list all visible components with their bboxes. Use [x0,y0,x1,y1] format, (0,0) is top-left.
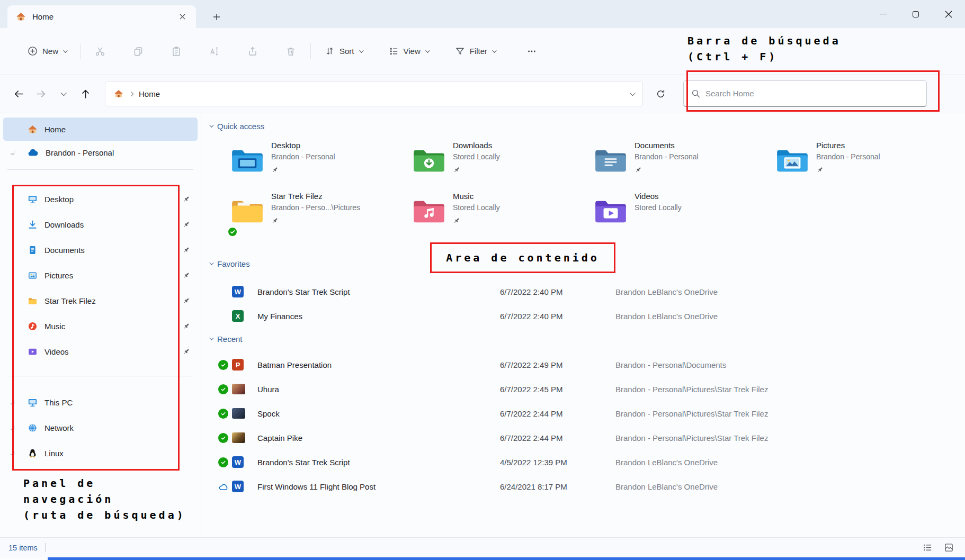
sidebar-item-network[interactable]: Network [3,415,198,440]
large-thumbnails-view-button[interactable] [941,540,957,555]
cut-button[interactable] [88,40,112,63]
search-icon [691,89,700,98]
view-button[interactable]: View [382,40,435,63]
tile-music[interactable]: Music Stored Locally [413,184,594,235]
linux-penguin-icon [28,448,38,458]
pin-icon [271,166,335,174]
downloads-icon [28,220,38,230]
tile-desktop[interactable]: Desktop Brandon - Personal [231,133,413,184]
sidebar-item-onedrive[interactable]: Brandon - Personal [3,141,198,164]
bottom-accent-strip [48,557,965,560]
recent-list: P Batman Presentation 6/7/2022 2:49 PM B… [201,353,965,499]
copy-icon [133,46,144,57]
pin-icon [635,166,699,174]
tile-pictures[interactable]: Pictures Brandon - Personal [776,133,958,184]
back-arrow-icon [13,88,24,100]
sidebar-item-this-pc[interactable]: This PC [3,390,198,415]
details-view-icon [923,543,932,552]
chevron-down-icon [61,90,67,96]
statusbar-divider [45,543,46,552]
items-count: 15 items [8,544,38,552]
refresh-button[interactable] [649,83,672,105]
documents-icon [28,245,38,255]
up-arrow-icon [80,88,91,100]
tab-home[interactable]: Home [7,5,196,28]
search-box[interactable] [683,80,927,107]
image-thumbnail [232,432,245,443]
file-row-batman-presentation[interactable]: P Batman Presentation 6/7/2022 2:49 PM B… [201,353,965,377]
chevron-down-icon [209,123,213,127]
word-icon: W [232,286,244,297]
minimize-icon [880,14,887,14]
powerpoint-icon: P [232,359,244,371]
back-button[interactable] [7,83,30,105]
section-header-favorites[interactable]: Favorites [201,256,965,271]
home-icon [28,124,38,134]
section-header-recent[interactable]: Recent [201,331,965,346]
forward-button[interactable] [30,83,52,105]
pin-icon [182,297,190,305]
pin-icon [271,217,360,224]
share-button[interactable] [240,40,265,63]
search-input[interactable] [705,89,919,98]
address-dropdown-icon[interactable] [630,90,636,96]
paste-button[interactable] [164,40,189,63]
sidebar-item-videos[interactable]: Videos [3,339,198,364]
sidebar-item-downloads[interactable]: Downloads [3,212,198,237]
sidebar-item-home[interactable]: Home [3,118,198,141]
chevron-right-icon [129,91,134,96]
up-button[interactable] [74,83,96,105]
file-row-brandons-star-trek-script-2[interactable]: W Brandon's Star Trek Script 4/5/2022 12… [201,450,965,474]
file-row-captain-pike[interactable]: Captain Pike 6/7/2022 2:44 PM Brandon - … [201,426,965,450]
file-row-uhura[interactable]: Uhura 6/7/2022 2:45 PM Brandon - Persona… [201,377,965,401]
tile-star-trek-filez[interactable]: Star Trek Filez Brandon - Perso...\Pictu… [231,184,413,235]
sort-button[interactable]: Sort [318,40,369,63]
close-icon [945,11,952,18]
sidebar-item-star-trek-filez[interactable]: Star Trek Filez [3,288,198,313]
downloads-folder-icon [413,147,445,174]
sidebar-item-documents[interactable]: Documents [3,237,198,263]
chevron-right-icon [11,451,14,455]
section-header-quick-access[interactable]: Quick access [201,119,965,133]
documents-folder-icon [594,147,627,174]
image-thumbnail [232,384,245,394]
sidebar-item-linux[interactable]: Linux [3,440,198,466]
tile-videos[interactable]: Videos Stored Locally [594,184,776,235]
filter-button[interactable]: Filter [449,40,502,63]
tab-title: Home [32,12,168,21]
sidebar-item-music[interactable]: Music [3,313,198,339]
this-pc-icon [28,398,38,408]
tile-downloads[interactable]: Downloads Stored Locally [413,133,594,184]
sidebar-separator [7,376,193,376]
quick-access-tiles: Desktop Brandon - Personal Downloads [201,133,965,235]
file-row-brandons-star-trek-script[interactable]: W Brandon's Star Trek Script 6/7/2022 2:… [201,279,965,304]
sidebar-item-desktop[interactable]: Desktop [3,186,198,212]
file-row-first-windows-11-flight-blog-post[interactable]: W First Windows 11 Flight Blog Post 6/24… [201,474,965,499]
file-row-spock[interactable]: Spock 6/7/2022 2:44 PM Brandon - Persona… [201,401,965,426]
file-row-my-finances[interactable]: X My Finances 6/7/2022 2:40 PM Brandon L… [201,304,965,328]
address-bar[interactable]: Home [105,81,643,106]
toolbar-divider [310,43,311,59]
rename-button[interactable] [202,40,227,63]
close-button[interactable] [932,0,965,28]
copy-button[interactable] [126,40,150,63]
details-view-button[interactable] [919,540,935,555]
pin-icon [182,221,190,229]
sync-check-icon [218,384,228,394]
sidebar-item-pictures[interactable]: Pictures [3,263,198,288]
home-icon [114,89,123,98]
tile-documents[interactable]: Documents Brandon - Personal [594,133,776,184]
recent-locations-button[interactable] [52,83,74,105]
delete-button[interactable] [279,40,303,63]
maximize-button[interactable] [899,0,932,28]
more-options-button[interactable] [520,40,544,63]
status-bar: 15 items [0,537,965,557]
cloud-status-icon [218,483,228,491]
sort-button-label: Sort [339,47,354,56]
breadcrumb-segment-home[interactable]: Home [139,89,160,98]
new-button[interactable]: New [21,40,73,63]
minimize-button[interactable] [866,0,899,28]
tab-close-icon[interactable] [175,10,190,24]
new-tab-button[interactable] [209,10,224,24]
chevron-down-icon [359,48,363,52]
